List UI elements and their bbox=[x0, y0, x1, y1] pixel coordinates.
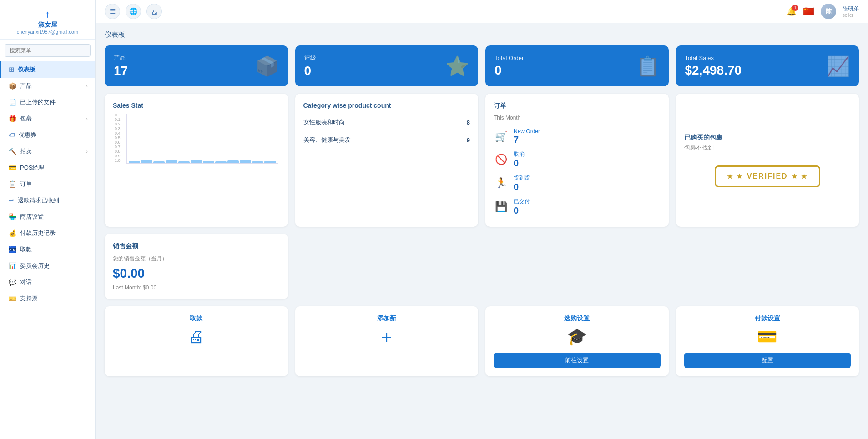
category-list-item: 女性服装和时尚 8 bbox=[303, 114, 470, 131]
sidebar-label-chat: 对话 bbox=[20, 278, 32, 286]
sidebar-label-products: 产品 bbox=[20, 82, 32, 90]
order-value-paid: 0 bbox=[514, 205, 530, 216]
bottom-card-title-withdraw: 取款 bbox=[190, 314, 202, 323]
stat-card-total-order: Total Order 0 📋 bbox=[485, 45, 669, 86]
order-value-new-order: 7 bbox=[514, 135, 540, 145]
bottom-card-title-shop-settings-b: 选购设置 bbox=[564, 314, 590, 323]
sidebar-icon-payment-history: 💰 bbox=[9, 229, 16, 237]
chart-bar-0 bbox=[129, 161, 140, 163]
chart-bar-3 bbox=[166, 160, 177, 163]
sidebar-item-packages[interactable]: 🎁 包裹 › bbox=[0, 110, 95, 127]
sidebar-item-left-support: 🎫 支持票 bbox=[9, 294, 38, 303]
sidebar-icon-coupons: 🏷 bbox=[9, 131, 15, 139]
sales-stat-title: Sales Stat bbox=[113, 102, 280, 109]
chart-y-label: 0 bbox=[115, 113, 125, 117]
sidebar-item-left-payment-history: 💰 付款历史记录 bbox=[9, 229, 56, 237]
topbar-left: ☰ 🌐 🖨 bbox=[105, 4, 162, 19]
stat-card-left-products: 产品 17 bbox=[114, 54, 128, 78]
bottom-card-btn-shop-settings-b[interactable]: 前往设置 bbox=[494, 353, 661, 368]
sidebar-item-left-coupons: 🏷 优惠券 bbox=[9, 131, 36, 139]
bottom-card-withdraw: 取款 🖨 bbox=[105, 306, 288, 376]
avatar[interactable]: 陈 bbox=[821, 4, 836, 19]
sidebar-item-uploaded[interactable]: 📄 已上传的文件 bbox=[0, 94, 95, 110]
row3: 销售金额 您的销售金额（当月） $0.00 Last Month: $0.00 bbox=[105, 234, 859, 299]
notification-bell[interactable]: 🔔 1 bbox=[787, 6, 797, 16]
chart-y-label: 0.7 bbox=[115, 145, 125, 149]
user-role: seller bbox=[843, 13, 859, 18]
notification-badge: 1 bbox=[792, 5, 798, 11]
sidebar-icon-withdraw: 🏧 bbox=[9, 246, 16, 253]
category-list-item: 美容、健康与美发 9 bbox=[303, 131, 470, 149]
bottom-cards-row: 取款 🖨 添加新 + 选购设置 🎓 前往设置 付款设置 💳 配置 bbox=[105, 306, 859, 376]
sidebar-item-left-shop-settings: 🏪 商店设置 bbox=[9, 213, 44, 221]
sidebar-label-dashboard: 仪表板 bbox=[18, 65, 35, 74]
stat-card-left-total-order: Total Order 0 bbox=[495, 55, 524, 78]
category-item-name: 美容、健康与美发 bbox=[303, 136, 351, 144]
stat-card-left-total-sales: Total Sales $2,498.70 bbox=[685, 55, 742, 78]
chart-y-label: 0.4 bbox=[115, 131, 125, 135]
chart-y-label: 1.0 bbox=[115, 158, 125, 163]
category-item-count: 8 bbox=[467, 119, 470, 126]
stat-card-left-reviews: 评级 0 bbox=[304, 54, 316, 78]
sidebar-icon-refund: ↩ bbox=[9, 197, 14, 204]
order-value-delivering: 0 bbox=[514, 182, 530, 192]
sidebar-item-chat[interactable]: 💬 对话 bbox=[0, 274, 95, 290]
sidebar-label-uploaded: 已上传的文件 bbox=[20, 98, 56, 106]
sidebar-search-input[interactable] bbox=[5, 44, 91, 57]
stat-card-total-sales: Total Sales $2,498.70 📈 bbox=[676, 45, 859, 86]
sidebar-label-pos: POS经理 bbox=[20, 164, 44, 172]
category-item-name: 女性服装和时尚 bbox=[303, 118, 345, 126]
sidebar-item-shop-settings[interactable]: 🏪 商店设置 bbox=[0, 209, 95, 225]
globe-button[interactable]: 🌐 bbox=[126, 4, 141, 19]
sidebar-item-support[interactable]: 🎫 支持票 bbox=[0, 290, 95, 307]
stat-card-icon-total-order: 📋 bbox=[636, 55, 660, 77]
stat-cards-row: 产品 17 📦 评级 0 ⭐ Total Order 0 📋 Total Sal… bbox=[105, 45, 859, 86]
stat-card-icon-reviews: ⭐ bbox=[445, 55, 469, 77]
sidebar-item-coupons[interactable]: 🏷 优惠券 bbox=[0, 127, 95, 143]
sidebar-item-dashboard[interactable]: ⊞ 仪表板 bbox=[0, 61, 95, 78]
sidebar-item-auction[interactable]: 🔨 拍卖 › bbox=[0, 143, 95, 160]
sales-stat-chart: 1.00.90.80.70.60.50.40.30.20.10 bbox=[113, 114, 280, 164]
sidebar-item-refund[interactable]: ↩ 退款请求已收到 bbox=[0, 192, 95, 209]
print-button[interactable]: 🖨 bbox=[146, 4, 162, 19]
sidebar-item-pos[interactable]: 💳 POS经理 bbox=[0, 160, 95, 176]
packages-widget: 已购买的包裹 包裹不找到 ★ ★ VERIFIED ★ ★ bbox=[676, 94, 859, 227]
chart-bar-11 bbox=[264, 161, 276, 163]
sidebar-item-withdraw[interactable]: 🏧 取款 bbox=[0, 241, 95, 258]
stat-card-label-total-order: Total Order bbox=[495, 55, 524, 61]
sales-amount-title: 销售金额 bbox=[113, 242, 280, 250]
sidebar-item-payment-history[interactable]: 💰 付款历史记录 bbox=[0, 225, 95, 241]
sidebar-label-commission: 委员会历史 bbox=[20, 262, 50, 270]
sidebar-label-payment-history: 付款历史记录 bbox=[20, 229, 56, 237]
order-label-cancel: 取消 bbox=[514, 150, 525, 158]
stat-card-value-products: 17 bbox=[114, 64, 128, 78]
packages-empty: 包裹不找到 bbox=[684, 144, 714, 152]
order-label-delivering: 货到货 bbox=[514, 174, 530, 182]
last-month-value: $0.00 bbox=[143, 284, 156, 291]
chart-bar-5 bbox=[191, 160, 202, 163]
orders-list: 🛒 New Order 7 🚫 取消 0 🏃 货到货 0 💾 已交付 0 bbox=[494, 125, 661, 219]
sidebar-item-commission[interactable]: 📊 委员会历史 bbox=[0, 258, 95, 274]
chart-bars bbox=[126, 114, 278, 164]
sidebar-label-auction: 拍卖 bbox=[20, 147, 32, 155]
sidebar-icon-auction: 🔨 bbox=[9, 148, 16, 155]
stat-card-icon-products: 📦 bbox=[255, 55, 279, 77]
chart-bar-4 bbox=[178, 161, 190, 163]
chart-bar-1 bbox=[141, 160, 152, 163]
sidebar-label-orders: 订单 bbox=[20, 180, 32, 188]
sidebar-item-left-orders: 📋 订单 bbox=[9, 180, 32, 188]
row3-empty2 bbox=[485, 234, 669, 299]
chart-bar-10 bbox=[252, 161, 263, 163]
sidebar-header: ↑ 淑女屋 chenyanxi1987@gmail.com bbox=[0, 0, 95, 40]
sidebar-logo-icon: ↑ bbox=[0, 8, 95, 20]
menu-button[interactable]: ☰ bbox=[105, 4, 120, 19]
sidebar-icon-products: 📦 bbox=[9, 82, 16, 90]
orders-widget: 订单 This Month 🛒 New Order 7 🚫 取消 0 🏃 货到货… bbox=[485, 94, 669, 227]
order-label-paid: 已交付 bbox=[514, 198, 530, 205]
sidebar-item-orders[interactable]: 📋 订单 bbox=[0, 176, 95, 192]
sidebar-icon-support: 🎫 bbox=[9, 295, 16, 302]
sidebar-item-products[interactable]: 📦 产品 › bbox=[0, 78, 95, 94]
chart-bar-6 bbox=[203, 161, 214, 163]
bottom-card-btn-payment-settings[interactable]: 配置 bbox=[684, 353, 851, 368]
chart-y-label: 0.6 bbox=[115, 140, 125, 145]
